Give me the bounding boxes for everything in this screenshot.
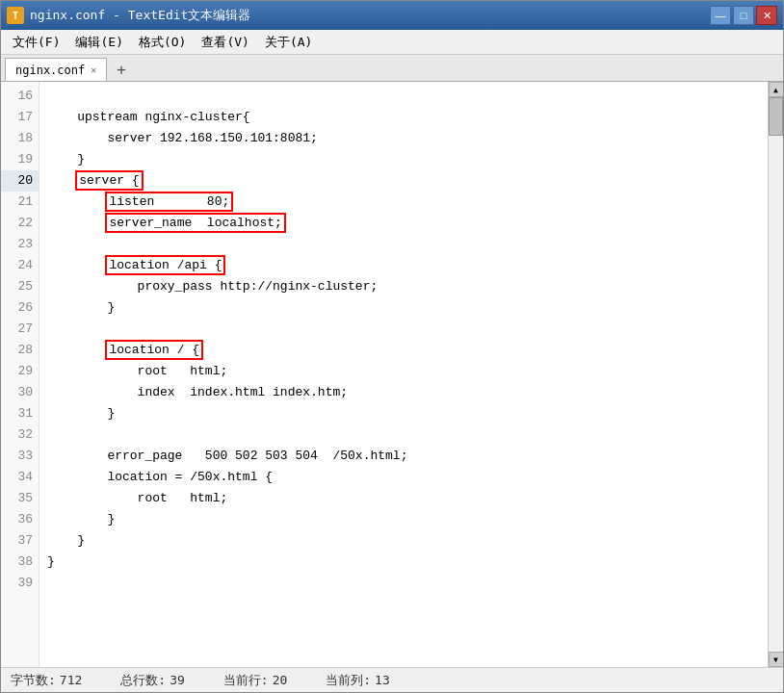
menu-view[interactable]: 查看(V) (194, 31, 256, 54)
code-line-31: } (47, 403, 768, 424)
maximize-button[interactable]: □ (733, 6, 754, 25)
line-num-16: 16 (1, 86, 39, 107)
highlight-server: server { (77, 172, 141, 189)
line-num-28: 28 (1, 340, 39, 361)
editor-area: 16 17 18 19 20 21 22 23 24 25 26 27 28 2… (1, 82, 783, 667)
line-num-22: 22 (1, 213, 39, 234)
scroll-thumb[interactable] (769, 97, 783, 136)
line-num-25: 25 (1, 276, 39, 297)
line-num-36: 36 (1, 509, 39, 530)
code-line-19: } (47, 149, 768, 170)
status-current-line: 当前行: 20 (223, 672, 287, 689)
line-num-39: 39 (1, 573, 39, 594)
tab-bar: nginx.conf ✕ + (1, 55, 783, 82)
code-line-24: location /api { (47, 255, 768, 276)
highlight-location-root: location / { (107, 342, 201, 358)
line-num-19: 19 (1, 149, 39, 170)
code-line-18: server 192.168.150.101:8081; (47, 128, 768, 149)
line-num-32: 32 (1, 424, 39, 446)
line-num-18: 18 (1, 128, 39, 149)
code-line-20: server { (47, 170, 768, 192)
line-num-31: 31 (1, 403, 39, 424)
title-bar: T nginx.conf - TextEdit文本编辑器 — □ ✕ (1, 1, 783, 30)
line-num-35: 35 (1, 488, 39, 509)
code-line-26: } (47, 297, 768, 319)
tab-nginx-conf[interactable]: nginx.conf ✕ (5, 58, 107, 81)
line-num-21: 21 (1, 192, 39, 213)
menu-format[interactable]: 格式(O) (131, 31, 194, 54)
window-controls: — □ ✕ (710, 6, 777, 25)
scroll-down-button[interactable]: ▼ (769, 652, 784, 667)
code-line-29: root html; (47, 361, 768, 382)
line-num-37: 37 (1, 530, 39, 552)
line-num-34: 34 (1, 467, 39, 488)
code-editor[interactable]: upstream nginx-cluster{ server 192.168.1… (39, 82, 768, 667)
menu-about[interactable]: 关于(A) (257, 31, 320, 54)
line-num-27: 27 (1, 319, 39, 340)
code-line-28: location / { (47, 340, 768, 361)
line-numbers: 16 17 18 19 20 21 22 23 24 25 26 27 28 2… (1, 82, 39, 667)
highlight-listen: listen 80; (107, 193, 231, 210)
status-bytes: 字节数: 712 (11, 672, 82, 689)
window-title: nginx.conf - TextEdit文本编辑器 (30, 7, 250, 24)
app-icon: T (7, 7, 24, 24)
menu-bar: 文件(F) 编辑(E) 格式(O) 查看(V) 关于(A) (1, 30, 783, 55)
title-bar-left: T nginx.conf - TextEdit文本编辑器 (7, 7, 250, 24)
highlight-location-api: location /api { (107, 257, 223, 273)
code-line-16 (47, 86, 768, 107)
line-num-26: 26 (1, 297, 39, 319)
code-line-38: } (47, 552, 768, 573)
code-line-30: index index.html index.htm; (47, 382, 768, 403)
code-line-23 (47, 234, 768, 255)
code-line-17: upstream nginx-cluster{ (47, 107, 768, 128)
minimize-button[interactable]: — (710, 6, 731, 25)
tab-label: nginx.conf (15, 64, 85, 77)
menu-file[interactable]: 文件(F) (5, 31, 67, 54)
line-num-23: 23 (1, 234, 39, 255)
code-line-33: error_page 500 502 503 504 /50x.html; (47, 446, 768, 467)
current-line-label: 当前行: (223, 672, 269, 689)
close-button[interactable]: ✕ (756, 6, 777, 25)
menu-edit[interactable]: 编辑(E) (67, 31, 130, 54)
app-window: T nginx.conf - TextEdit文本编辑器 — □ ✕ 文件(F)… (0, 0, 784, 693)
status-current-col: 当前列: 13 (326, 672, 389, 689)
line-num-24: 24 (1, 255, 39, 276)
current-col-label: 当前列: (326, 672, 371, 689)
line-num-20: 20 (1, 170, 39, 192)
new-tab-button[interactable]: + (107, 58, 136, 81)
code-line-22: server_name localhost; (47, 213, 768, 234)
bytes-value: 712 (60, 673, 82, 687)
tab-close-icon[interactable]: ✕ (91, 64, 96, 75)
highlight-server-name: server_name localhost; (107, 215, 283, 231)
line-num-30: 30 (1, 382, 39, 403)
code-line-21: listen 80; (47, 192, 768, 213)
status-total-lines: 总行数: 39 (120, 672, 184, 689)
code-line-34: location = /50x.html { (47, 467, 768, 488)
total-lines-label: 总行数: (120, 672, 166, 689)
scroll-up-button[interactable]: ▲ (769, 82, 784, 97)
bytes-label: 字节数: (11, 672, 56, 689)
code-line-39 (47, 573, 768, 594)
line-num-29: 29 (1, 361, 39, 382)
current-col-value: 13 (375, 673, 390, 687)
line-num-17: 17 (1, 107, 39, 128)
code-line-32 (47, 424, 768, 446)
current-line-value: 20 (273, 673, 288, 687)
line-num-33: 33 (1, 446, 39, 467)
code-line-36: } (47, 509, 768, 530)
code-line-25: proxy_pass http://nginx-cluster; (47, 276, 768, 297)
code-line-37: } (47, 530, 768, 552)
status-bar: 字节数: 712 总行数: 39 当前行: 20 当前列: 13 (1, 667, 783, 692)
code-line-35: root html; (47, 488, 768, 509)
scroll-track[interactable] (769, 97, 783, 652)
line-num-38: 38 (1, 552, 39, 573)
total-lines-value: 39 (170, 673, 185, 687)
vertical-scrollbar[interactable]: ▲ ▼ (768, 82, 783, 667)
code-line-27 (47, 319, 768, 340)
